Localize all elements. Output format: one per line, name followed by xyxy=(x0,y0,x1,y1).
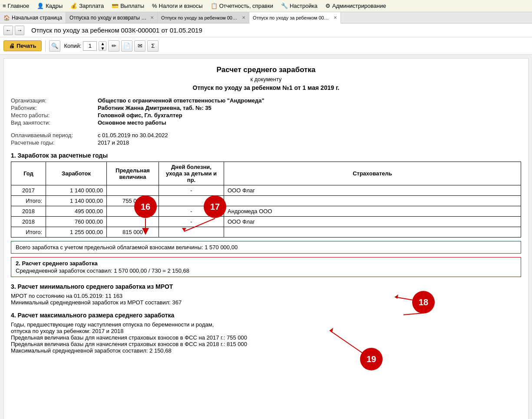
annotation-16: 16 xyxy=(134,195,157,218)
section4-text5: Максимальный среднедневной заработок сос… xyxy=(11,347,521,354)
menu-item-admin[interactable]: ⚙ Администрирование xyxy=(325,3,386,9)
copies-input[interactable] xyxy=(83,41,97,51)
menu-item-hr[interactable]: 👤 Кадры xyxy=(37,3,63,9)
edit-button[interactable]: ✏ xyxy=(108,40,119,52)
cell-sick: - xyxy=(159,217,224,227)
info-row-worker: Работник: Работник Жанна Дмитриевна, таб… xyxy=(11,105,521,111)
section4: 4. Расчет максимального размера среднего… xyxy=(11,312,521,354)
toolbar-separator-1 xyxy=(45,40,46,52)
workplace-value: Головной офис, Гл. бухгалтер xyxy=(98,112,182,119)
nav-bar: ← → Отпуск по уходу за ребенком 003К-000… xyxy=(0,23,532,37)
worker-label: Работник: xyxy=(11,105,98,111)
tab-home[interactable]: 🏠 Начальная страница xyxy=(0,12,66,23)
toolbar: 🖨 Печать 🔍 Копий: ▲▼ ✏ 📄 ✉ Σ xyxy=(0,37,532,55)
back-button[interactable]: ← xyxy=(3,26,13,35)
employment-value: Основное место работы xyxy=(98,119,166,126)
table-row-subtotal-2018: Итого: 1 255 000,00 815 000 xyxy=(11,227,521,238)
info-row-calc-years: Расчетные годы: 2017 и 2018 xyxy=(11,139,521,146)
menu-item-taxes[interactable]: % Налоги и взносы xyxy=(152,3,203,9)
menu-item-payments[interactable]: 💳 Выплаты xyxy=(112,3,144,9)
tab-doc2-close[interactable]: ✕ xyxy=(334,15,337,20)
col-earnings: Заработок xyxy=(46,162,107,185)
cell-earnings: 1 140 000,00 xyxy=(46,185,107,196)
payments-icon: 💳 xyxy=(112,3,119,9)
table-row: 2018 495 000,00 - Андромеда ООО xyxy=(11,206,521,217)
tab-vacations[interactable]: Отпуска по уходу и возвраты из отпуска ✕ xyxy=(66,12,158,23)
hr-icon: 👤 xyxy=(37,3,44,9)
search-button[interactable]: 🔍 xyxy=(49,40,60,52)
menu-item-settings[interactable]: 🔧 Настройка xyxy=(281,3,317,9)
table-row: 2018 760 000,00 - ООО Флаг xyxy=(11,217,521,227)
org-label: Организация: xyxy=(11,97,98,104)
period-value: с 01.05.2019 по 30.04.2022 xyxy=(98,132,168,139)
menu-item-reports[interactable]: 📋 Отчетность, справки xyxy=(211,3,273,9)
org-value: Общество с ограниченной ответственностью… xyxy=(98,97,264,104)
home-icon: 🏠 xyxy=(3,15,10,21)
tab-vacations-label: Отпуска по уходу и возвраты из отпуска xyxy=(69,15,148,21)
info-table-period: Оплачиваемый период: с 01.05.2019 по 30.… xyxy=(11,132,521,146)
section2-box: 2. Расчет среднего заработка Среднедневн… xyxy=(11,257,521,277)
cell-subtotal-insurer xyxy=(224,196,521,206)
section4-text2: отпуска по уходу за ребенком: 2017 и 201… xyxy=(11,328,521,334)
copies-up-button[interactable]: ▲▼ xyxy=(99,41,106,51)
info-row-employment: Вид занятости: Основное место работы xyxy=(11,119,521,126)
cell-subtotal-limit: 815 000 xyxy=(107,227,159,238)
cell-year: 2018 xyxy=(11,206,46,217)
settings-icon: 🔧 xyxy=(281,3,288,9)
menu-label-hr: Кадры xyxy=(46,3,63,9)
calc-years-value: 2017 и 2018 xyxy=(98,139,129,146)
cell-year: 2018 xyxy=(11,217,46,227)
report-doc-title: Отпуск по уходу за ребенком №1 от 1 мая … xyxy=(11,84,521,91)
cell-insurer: ООО Флаг xyxy=(224,217,521,227)
taxes-icon: % xyxy=(152,3,157,9)
menu-label-reports: Отчетность, справки xyxy=(219,3,273,9)
reports-icon: 📋 xyxy=(211,3,218,9)
col-year: Год xyxy=(11,162,46,185)
page-button[interactable]: 📄 xyxy=(121,40,132,52)
cell-insurer: Андромеда ООО xyxy=(224,206,521,217)
col-sick-days: Дней болезни, ухода за детьми и пр. xyxy=(159,162,224,185)
cell-year: 2017 xyxy=(11,185,46,196)
cell-subtotal-label: Итого: xyxy=(11,196,46,206)
cell-limit xyxy=(107,217,159,227)
section4-title: 4. Расчет максимального размера среднего… xyxy=(11,312,521,319)
salary-icon: 💰 xyxy=(70,3,77,9)
menu-item-salary[interactable]: 💰 Зарплата xyxy=(70,3,104,9)
menu-item-main[interactable]: ≡ Главное xyxy=(3,3,29,9)
annotation-18: 18 xyxy=(412,291,435,313)
report-title: Расчет среднего заработка xyxy=(11,66,521,74)
info-row-org: Организация: Общество с ограниченной отв… xyxy=(11,97,521,104)
email-button[interactable]: ✉ xyxy=(134,40,145,52)
print-button[interactable]: 🖨 Печать xyxy=(3,40,42,51)
tab-home-label: Начальная страница xyxy=(12,15,62,21)
total-box: Всего заработка с учетом предельной обла… xyxy=(11,241,521,254)
menu-label-settings: Настройка xyxy=(290,3,317,9)
cell-subtotal-sick xyxy=(159,227,224,238)
sum-button[interactable]: Σ xyxy=(147,40,159,52)
tab-vacations-close[interactable]: ✕ xyxy=(150,15,154,20)
tab-doc1[interactable]: Отпуск по уходу за ребенком 003К-000001 … xyxy=(158,12,249,23)
cell-subtotal-earnings: 1 140 000,00 xyxy=(46,196,107,206)
info-row-workplace: Место работы: Головной офис, Гл. бухгалт… xyxy=(11,112,521,119)
cell-limit xyxy=(107,185,159,196)
total-text: Всего заработка с учетом предельной обла… xyxy=(16,244,238,251)
annotation-19: 19 xyxy=(360,348,383,370)
menu-label-admin: Администрирование xyxy=(332,3,386,9)
cell-sick: - xyxy=(159,185,224,196)
col-insurer: Страхователь xyxy=(224,162,521,185)
tab-doc2-label: Отпуск по уходу за ребенком 003К-000001 … xyxy=(253,15,331,20)
tab-doc2[interactable]: Отпуск по уходу за ребенком 003К-000001 … xyxy=(249,12,341,23)
tab-doc1-close[interactable]: ✕ xyxy=(242,15,245,20)
workplace-label: Место работы: xyxy=(11,112,98,119)
menu-label-salary: Зарплата xyxy=(79,3,104,9)
earnings-table: Год Заработок Предельная величина Дней б… xyxy=(11,162,521,238)
hamburger-icon: ≡ xyxy=(3,3,6,9)
table-row: 2017 1 140 000,00 - ООО Флаг xyxy=(11,185,521,196)
cell-subtotal-label: Итого: xyxy=(11,227,46,238)
admin-icon: ⚙ xyxy=(325,3,330,9)
menu-label-main: Главное xyxy=(8,3,30,9)
info-row-period: Оплачиваемый период: с 01.05.2019 по 30.… xyxy=(11,132,521,139)
forward-button[interactable]: → xyxy=(15,26,24,35)
section1-title: 1. Заработок за расчетные годы xyxy=(11,152,521,159)
section4-text4: Предельная величина базы для начисления … xyxy=(11,341,521,347)
